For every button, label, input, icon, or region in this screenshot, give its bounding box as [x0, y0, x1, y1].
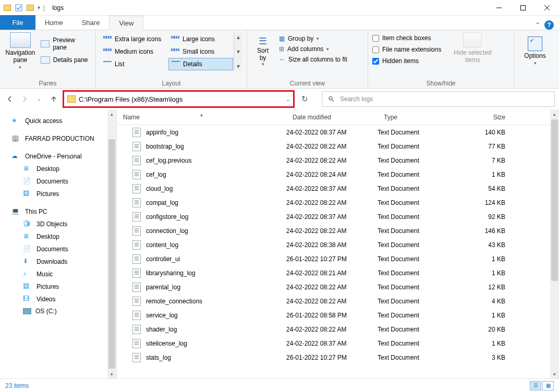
sidebar-3d-objects[interactable]: 🧊3D Objects — [0, 218, 107, 230]
group-label-current-view: Current view — [251, 79, 363, 87]
sidebar-downloads[interactable]: ⬇Downloads — [0, 255, 107, 268]
sidebar-od-pictures[interactable]: 🖼Pictures — [0, 188, 107, 200]
table-row[interactable]: cef_log.previous24-02-2022 08:22 AMText … — [117, 153, 550, 167]
layout-extra-large-icons[interactable]: Extra large icons — [101, 33, 168, 45]
table-row[interactable]: shader_log24-02-2022 08:22 AMText Docume… — [117, 322, 550, 336]
table-row[interactable]: bootstrap_log24-02-2022 08:22 AMText Doc… — [117, 139, 550, 153]
help-icon[interactable]: ? — [544, 20, 554, 30]
file-name: configstore_log — [146, 213, 188, 220]
qat-checkbox-icon[interactable] — [15, 4, 23, 12]
sidebar-this-pc[interactable]: 💻This PC — [0, 205, 107, 218]
sidebar-music[interactable]: ♪Music — [0, 268, 107, 280]
file-name-extensions-checkbox[interactable]: File name extensions — [372, 46, 441, 53]
sidebar-videos[interactable]: 🎞Videos — [0, 293, 107, 305]
search-box[interactable]: 🔍︎ Search logs — [322, 91, 555, 107]
sidebar-farrad-production[interactable]: 🏢FARRAD PRODUCTION — [0, 132, 107, 145]
scrollbar-thumb[interactable] — [108, 139, 115, 369]
desktop-icon: 🖥 — [23, 165, 32, 173]
preview-pane-button[interactable]: Preview pane — [39, 35, 91, 52]
table-row[interactable]: cef_log24-02-2022 08:24 AMText Document1… — [117, 167, 550, 181]
file-date: 24-02-2022 08:22 AM — [286, 227, 378, 235]
table-row[interactable]: service_log26-01-2022 08:58 PMText Docum… — [117, 308, 550, 322]
view-thumbnails-toggle[interactable]: ▦ — [542, 381, 554, 390]
header-name[interactable]: Name — [117, 114, 286, 121]
header-size[interactable]: Size — [458, 114, 521, 121]
size-all-columns-button[interactable]: ↔Size all columns to fit — [277, 55, 349, 64]
sort-by-button[interactable]: ☰ Sort by ▾ — [251, 32, 274, 70]
sidebar-od-documents[interactable]: 📄Documents — [0, 175, 107, 188]
table-row[interactable]: connection_log24-02-2022 08:22 AMText Do… — [117, 224, 550, 238]
address-dropdown-icon[interactable]: ⌄ — [286, 96, 290, 102]
file-type: Text Document — [378, 284, 458, 291]
scroll-down-icon[interactable]: ▾ — [107, 370, 116, 378]
navigation-pane-button[interactable]: Navigation pane ▾ — [4, 32, 37, 70]
sidebar-quick-access[interactable]: ★Quick access — [0, 115, 107, 127]
details-pane-button[interactable]: Details pane — [39, 55, 91, 65]
header-date[interactable]: Date modified — [286, 114, 378, 121]
sidebar-onedrive[interactable]: ☁OneDrive - Personal — [0, 150, 107, 163]
hide-selected-items-button[interactable]: Hide selected items — [448, 32, 496, 79]
file-size: 140 KB — [458, 129, 521, 136]
up-button[interactable] — [48, 93, 59, 105]
table-row[interactable]: appinfo_log24-02-2022 08:37 AMText Docum… — [117, 125, 550, 139]
scroll-down-icon[interactable]: ▾ — [550, 370, 559, 378]
file-type: Text Document — [378, 171, 458, 178]
table-row[interactable]: sitelicense_log24-02-2022 08:37 AMText D… — [117, 336, 550, 350]
layout-list[interactable]: List — [101, 58, 168, 70]
ribbon-collapse-icon[interactable]: ⌃ — [535, 21, 540, 29]
scroll-up-icon[interactable]: ▴ — [107, 109, 116, 118]
file-date: 24-02-2022 08:22 AM — [286, 157, 378, 164]
tab-home[interactable]: Home — [35, 15, 72, 30]
layout-details[interactable]: Details — [168, 58, 233, 70]
header-type[interactable]: Type — [378, 114, 458, 121]
list-scrollbar[interactable]: ▴ ▾ — [550, 109, 559, 378]
recent-locations-button[interactable]: ⌄ — [33, 93, 45, 105]
qat-overflow-icon[interactable]: ▾ — [38, 5, 40, 10]
layout-small-icons[interactable]: Small icons — [168, 45, 233, 58]
table-row[interactable]: controller_ui26-01-2022 10:27 PMText Doc… — [117, 252, 550, 266]
file-date: 24-02-2022 08:37 AM — [286, 340, 378, 347]
address-bar[interactable]: ⌄ — [63, 90, 295, 108]
text-file-icon — [132, 128, 141, 137]
table-row[interactable]: compat_log24-02-2022 08:22 AMText Docume… — [117, 195, 550, 210]
file-size: 92 KB — [458, 213, 521, 220]
refresh-button[interactable]: ↻ — [298, 92, 311, 106]
file-date: 24-02-2022 08:22 AM — [286, 326, 378, 333]
layout-gallery-scroll[interactable]: ▴▾▾ — [234, 32, 242, 71]
status-bar: 23 items ☰ ▦ — [0, 378, 559, 392]
scrollbar-thumb[interactable] — [551, 119, 558, 281]
close-button[interactable] — [535, 0, 559, 16]
sidebar-scrollbar[interactable]: ▴ ▾ — [107, 109, 116, 378]
add-columns-button[interactable]: ⊞Add columns ▾ — [277, 45, 349, 53]
address-input[interactable] — [79, 95, 283, 103]
sidebar-od-desktop[interactable]: 🖥Desktop — [0, 163, 107, 175]
table-row[interactable]: cloud_log24-02-2022 08:37 AMText Documen… — [117, 181, 550, 195]
table-row[interactable]: parental_log24-02-2022 08:22 AMText Docu… — [117, 280, 550, 294]
group-by-button[interactable]: ▦Group by ▾ — [277, 34, 349, 43]
hidden-items-checkbox[interactable]: Hidden items — [372, 57, 441, 65]
forward-button[interactable] — [19, 93, 30, 105]
minimize-button[interactable] — [487, 0, 511, 16]
sidebar-documents[interactable]: 📄Documents — [0, 243, 107, 255]
maximize-button[interactable] — [511, 0, 535, 16]
sidebar-pictures[interactable]: 🖼Pictures — [0, 280, 107, 293]
table-row[interactable]: content_log24-02-2022 08:38 AMText Docum… — [117, 238, 550, 252]
text-file-icon — [132, 226, 141, 236]
layout-large-icons[interactable]: Large icons — [168, 33, 233, 45]
tab-view[interactable]: View — [109, 16, 143, 30]
sidebar-desktop[interactable]: 🖥Desktop — [0, 230, 107, 243]
sidebar-os-c[interactable]: OS (C:) — [0, 305, 107, 317]
table-row[interactable]: librarysharing_log24-02-2022 08:21 AMTex… — [117, 266, 550, 280]
tab-share[interactable]: Share — [72, 15, 110, 30]
options-button[interactable]: Options ▾ — [518, 32, 552, 70]
table-row[interactable]: stats_log26-01-2022 10:27 PMText Documen… — [117, 350, 550, 364]
scroll-up-icon[interactable]: ▴ — [550, 109, 559, 118]
tab-file[interactable]: File — [0, 15, 35, 30]
table-row[interactable]: configstore_log24-02-2022 08:37 AMText D… — [117, 210, 550, 224]
item-check-boxes-checkbox[interactable]: Item check boxes — [372, 34, 441, 42]
view-details-toggle[interactable]: ☰ — [530, 381, 541, 390]
file-type: Text Document — [378, 255, 458, 263]
table-row[interactable]: remote_connections24-02-2022 08:22 AMTex… — [117, 294, 550, 308]
layout-medium-icons[interactable]: Medium icons — [101, 45, 168, 58]
back-button[interactable] — [4, 93, 16, 105]
